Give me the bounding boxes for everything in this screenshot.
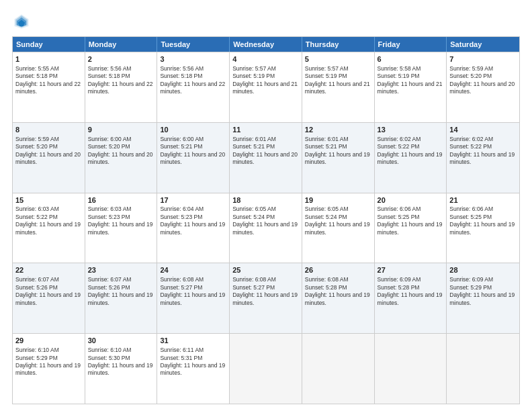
cal-cell-empty	[375, 334, 447, 404]
cal-cell-day-23: 23Sunrise: 6:07 AMSunset: 5:26 PMDayligh…	[85, 263, 158, 333]
day-number: 13	[378, 125, 444, 135]
day-number: 29	[15, 336, 82, 346]
cell-info: Sunrise: 6:05 AMSunset: 5:24 PMDaylight:…	[305, 205, 370, 235]
day-number: 3	[160, 54, 226, 64]
page: SundayMondayTuesdayWednesdayThursdayFrid…	[0, 0, 532, 411]
cal-week-3: 15Sunrise: 6:03 AMSunset: 5:22 PMDayligh…	[13, 193, 519, 263]
day-number: 20	[378, 195, 444, 205]
day-number: 19	[305, 195, 371, 205]
cell-info: Sunrise: 6:06 AMSunset: 5:25 PMDaylight:…	[449, 205, 515, 235]
day-number: 25	[232, 265, 299, 275]
cell-info: Sunrise: 5:56 AMSunset: 5:18 PMDaylight:…	[88, 65, 153, 95]
logo-icon	[12, 12, 31, 31]
cal-cell-empty	[230, 334, 302, 404]
day-number: 21	[449, 195, 517, 205]
cal-cell-day-25: 25Sunrise: 6:08 AMSunset: 5:27 PMDayligh…	[230, 263, 302, 333]
logo	[12, 12, 34, 31]
cell-info: Sunrise: 6:08 AMSunset: 5:27 PMDaylight:…	[232, 276, 298, 306]
day-number: 28	[449, 265, 517, 275]
day-number: 31	[160, 336, 226, 346]
cell-info: Sunrise: 6:08 AMSunset: 5:28 PMDaylight:…	[305, 276, 370, 306]
cal-cell-day-21: 21Sunrise: 6:06 AMSunset: 5:25 PMDayligh…	[447, 193, 519, 263]
day-number: 2	[88, 54, 154, 64]
cal-cell-day-27: 27Sunrise: 6:09 AMSunset: 5:28 PMDayligh…	[375, 263, 447, 333]
cal-cell-day-11: 11Sunrise: 6:01 AMSunset: 5:21 PMDayligh…	[230, 123, 302, 193]
day-number: 7	[449, 54, 517, 64]
cell-info: Sunrise: 6:11 AMSunset: 5:31 PMDaylight:…	[160, 347, 225, 376]
cal-header-tuesday: Tuesday	[157, 37, 230, 52]
cell-info: Sunrise: 5:55 AMSunset: 5:18 PMDaylight:…	[15, 65, 81, 95]
day-number: 1	[15, 54, 82, 64]
cell-info: Sunrise: 6:02 AMSunset: 5:22 PMDaylight:…	[449, 136, 515, 165]
cal-week-5: 29Sunrise: 6:10 AMSunset: 5:29 PMDayligh…	[13, 333, 519, 404]
day-number: 17	[160, 195, 226, 205]
day-number: 5	[305, 54, 371, 64]
cal-cell-day-16: 16Sunrise: 6:03 AMSunset: 5:23 PMDayligh…	[85, 193, 158, 263]
cal-cell-day-8: 8Sunrise: 5:59 AMSunset: 5:20 PMDaylight…	[13, 123, 85, 193]
day-number: 27	[378, 265, 444, 275]
cal-cell-day-22: 22Sunrise: 6:07 AMSunset: 5:26 PMDayligh…	[13, 263, 85, 333]
day-number: 6	[378, 54, 444, 64]
header	[12, 12, 520, 31]
cal-cell-day-7: 7Sunrise: 5:59 AMSunset: 5:20 PMDaylight…	[447, 52, 519, 122]
cal-header-thursday: Thursday	[302, 37, 375, 52]
day-number: 14	[449, 125, 517, 135]
cal-cell-day-3: 3Sunrise: 5:56 AMSunset: 5:18 PMDaylight…	[157, 52, 230, 122]
cell-info: Sunrise: 6:02 AMSunset: 5:22 PMDaylight:…	[378, 136, 443, 165]
cell-info: Sunrise: 5:58 AMSunset: 5:19 PMDaylight:…	[378, 65, 443, 95]
cell-info: Sunrise: 6:00 AMSunset: 5:21 PMDaylight:…	[160, 136, 225, 165]
cell-info: Sunrise: 6:09 AMSunset: 5:28 PMDaylight:…	[378, 276, 443, 306]
cal-week-2: 8Sunrise: 5:59 AMSunset: 5:20 PMDaylight…	[13, 122, 519, 193]
day-number: 11	[232, 125, 299, 135]
cell-info: Sunrise: 5:59 AMSunset: 5:20 PMDaylight:…	[15, 136, 81, 165]
cell-info: Sunrise: 6:08 AMSunset: 5:27 PMDaylight:…	[160, 276, 225, 306]
cell-info: Sunrise: 6:07 AMSunset: 5:26 PMDaylight:…	[88, 276, 153, 306]
cal-cell-day-5: 5Sunrise: 5:57 AMSunset: 5:19 PMDaylight…	[302, 52, 375, 122]
cal-cell-day-20: 20Sunrise: 6:06 AMSunset: 5:25 PMDayligh…	[375, 193, 447, 263]
day-number: 22	[15, 265, 82, 275]
day-number: 24	[160, 265, 226, 275]
cell-info: Sunrise: 6:07 AMSunset: 5:26 PMDaylight:…	[15, 276, 81, 306]
cal-header-friday: Friday	[375, 37, 447, 52]
day-number: 16	[88, 195, 154, 205]
cal-cell-day-24: 24Sunrise: 6:08 AMSunset: 5:27 PMDayligh…	[157, 263, 230, 333]
day-number: 26	[305, 265, 371, 275]
cal-cell-day-12: 12Sunrise: 6:01 AMSunset: 5:21 PMDayligh…	[302, 123, 375, 193]
day-number: 4	[232, 54, 299, 64]
calendar: SundayMondayTuesdayWednesdayThursdayFrid…	[12, 36, 520, 404]
cal-cell-day-15: 15Sunrise: 6:03 AMSunset: 5:22 PMDayligh…	[13, 193, 85, 263]
cal-cell-day-31: 31Sunrise: 6:11 AMSunset: 5:31 PMDayligh…	[157, 334, 230, 404]
day-number: 15	[15, 195, 82, 205]
cal-header-sunday: Sunday	[13, 37, 85, 52]
cell-info: Sunrise: 6:03 AMSunset: 5:22 PMDaylight:…	[15, 205, 81, 235]
cal-cell-day-4: 4Sunrise: 5:57 AMSunset: 5:19 PMDaylight…	[230, 52, 302, 122]
cell-info: Sunrise: 6:10 AMSunset: 5:30 PMDaylight:…	[88, 347, 153, 376]
cal-cell-empty	[447, 334, 519, 404]
cal-cell-day-10: 10Sunrise: 6:00 AMSunset: 5:21 PMDayligh…	[157, 123, 230, 193]
cal-header-monday: Monday	[85, 37, 158, 52]
cell-info: Sunrise: 6:04 AMSunset: 5:23 PMDaylight:…	[160, 205, 225, 235]
cal-header-saturday: Saturday	[447, 37, 519, 52]
cal-cell-day-6: 6Sunrise: 5:58 AMSunset: 5:19 PMDaylight…	[375, 52, 447, 122]
cell-info: Sunrise: 6:09 AMSunset: 5:29 PMDaylight:…	[449, 276, 515, 306]
cal-cell-day-1: 1Sunrise: 5:55 AMSunset: 5:18 PMDaylight…	[13, 52, 85, 122]
cal-cell-day-19: 19Sunrise: 6:05 AMSunset: 5:24 PMDayligh…	[302, 193, 375, 263]
cal-cell-empty	[302, 334, 375, 404]
cell-info: Sunrise: 6:01 AMSunset: 5:21 PMDaylight:…	[232, 136, 298, 165]
cal-cell-day-9: 9Sunrise: 6:00 AMSunset: 5:20 PMDaylight…	[85, 123, 158, 193]
cell-info: Sunrise: 6:03 AMSunset: 5:23 PMDaylight:…	[88, 205, 153, 235]
day-number: 8	[15, 125, 82, 135]
cal-cell-day-14: 14Sunrise: 6:02 AMSunset: 5:22 PMDayligh…	[447, 123, 519, 193]
cell-info: Sunrise: 6:00 AMSunset: 5:20 PMDaylight:…	[88, 136, 153, 165]
calendar-header: SundayMondayTuesdayWednesdayThursdayFrid…	[13, 37, 519, 52]
cell-info: Sunrise: 5:56 AMSunset: 5:18 PMDaylight:…	[160, 65, 225, 95]
cal-cell-day-26: 26Sunrise: 6:08 AMSunset: 5:28 PMDayligh…	[302, 263, 375, 333]
cell-info: Sunrise: 5:59 AMSunset: 5:20 PMDaylight:…	[449, 65, 515, 95]
calendar-body: 1Sunrise: 5:55 AMSunset: 5:18 PMDaylight…	[13, 52, 519, 404]
day-number: 12	[305, 125, 371, 135]
cell-info: Sunrise: 6:06 AMSunset: 5:25 PMDaylight:…	[378, 205, 443, 235]
cal-cell-day-2: 2Sunrise: 5:56 AMSunset: 5:18 PMDaylight…	[85, 52, 158, 122]
day-number: 30	[88, 336, 154, 346]
cell-info: Sunrise: 5:57 AMSunset: 5:19 PMDaylight:…	[232, 65, 298, 95]
cal-cell-day-28: 28Sunrise: 6:09 AMSunset: 5:29 PMDayligh…	[447, 263, 519, 333]
